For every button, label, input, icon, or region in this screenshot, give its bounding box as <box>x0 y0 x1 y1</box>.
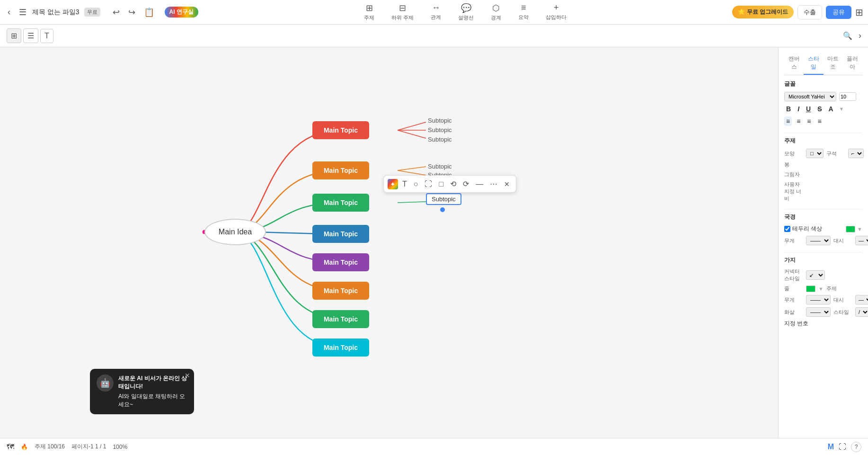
file-title: 제목 없는 파일3 <box>32 8 80 17</box>
float-connect-button[interactable]: ⟲ <box>448 178 459 190</box>
main-idea-node[interactable]: Main Idea <box>204 219 266 245</box>
shape-label: 모양 <box>784 150 803 157</box>
fullscreen-button[interactable]: ⛶ <box>839 443 846 451</box>
view-grid-button[interactable]: ⊞ <box>7 28 21 43</box>
tab-marcho[interactable]: 마트조 <box>824 52 843 75</box>
fill-row: 봉 <box>784 161 862 168</box>
export-button[interactable]: 수출 <box>797 5 822 19</box>
ai-lab-button[interactable]: AI 연구실 <box>165 7 198 18</box>
border-color-swatch[interactable] <box>846 226 855 232</box>
help-button[interactable]: ? <box>851 442 861 452</box>
float-crop-button[interactable]: ⛶ <box>422 178 434 190</box>
canvas[interactable]: Main Idea Main Topic Main Topic Main Top… <box>0 47 778 438</box>
page-info: 페이지-1 1 / 1 <box>71 443 106 451</box>
align-left-button[interactable]: ≡ <box>784 116 792 126</box>
selected-subtopic[interactable]: Subtopic <box>426 193 461 205</box>
file-badge: 무료 <box>84 8 100 17</box>
border-weight-label: 무게 <box>784 237 803 244</box>
svg-line-4 <box>398 170 426 175</box>
border-dash-select[interactable]: — <box>855 236 868 245</box>
align-justify-button[interactable]: ≡ <box>816 116 824 126</box>
float-text-button[interactable]: T <box>400 178 409 190</box>
back-button[interactable]: ‹ <box>5 5 13 19</box>
relation-tool[interactable]: ↔ 관계 <box>427 1 445 23</box>
font-size-input[interactable] <box>839 92 856 101</box>
upgrade-button[interactable]: 🌟 무료 업그레이드 <box>732 6 794 18</box>
branch-line-color[interactable] <box>806 285 815 292</box>
float-square-button[interactable]: □ <box>436 178 446 190</box>
subtopic-1-2[interactable]: Subtopic <box>428 126 452 134</box>
topic-node-6[interactable]: Main Topic <box>312 282 369 300</box>
top-bar-left: ‹ ☰ 제목 없는 파일3 무료 ↩ ↪ 📋 AI 연구실 <box>5 5 198 19</box>
subtopic-tool[interactable]: ⊟ 하위 주제 <box>388 1 417 23</box>
connector-style-select[interactable]: ↙ <box>806 270 825 280</box>
float-branch-button[interactable]: ⟳ <box>461 178 471 190</box>
topic-node-8[interactable]: Main Topic <box>312 339 369 357</box>
branch-arrow-select[interactable]: —— <box>806 307 831 317</box>
flame-icon: 🔥 <box>21 444 28 450</box>
map-button[interactable]: 🗺 <box>7 443 14 451</box>
underline-button[interactable]: U <box>804 104 813 114</box>
font-color-button[interactable]: A <box>826 104 835 114</box>
float-more-button[interactable]: ⋯ <box>487 178 500 190</box>
italic-button[interactable]: I <box>796 104 801 114</box>
logo-button[interactable]: M <box>828 443 834 451</box>
border-section: 국경 테두리 색상 ▼ 무게 —— 대시 — <box>784 213 862 245</box>
topic-node-7[interactable]: Main Topic <box>312 310 369 328</box>
float-close-button[interactable]: ✕ <box>502 179 512 189</box>
topic-node-3[interactable]: Main Topic <box>312 194 369 212</box>
topic-node-5[interactable]: Main Topic <box>312 253 369 271</box>
redo-button[interactable]: ↪ <box>125 5 138 19</box>
search-button[interactable]: 🔍 <box>841 29 855 43</box>
strike-button[interactable]: S <box>815 104 824 114</box>
topic-node-1[interactable]: Main Topic <box>312 121 369 139</box>
svg-line-3 <box>398 167 426 170</box>
border-section-title: 국경 <box>784 213 862 221</box>
shape-select[interactable]: □ <box>806 149 824 158</box>
connector-style-row: 커넥터 스타일 ↙ <box>784 268 862 282</box>
branch-style-label: 스타일 <box>833 309 852 316</box>
float-line-button[interactable]: — <box>473 178 486 190</box>
menu-button[interactable]: ☰ <box>16 5 29 19</box>
share-button[interactable]: 공유 <box>826 6 851 19</box>
font-select[interactable]: Microsoft YaHei <box>784 92 836 101</box>
subtopic-1-1[interactable]: Subtopic <box>428 117 452 124</box>
view-outline-button[interactable]: T <box>40 29 53 43</box>
branch-dash-select[interactable]: — <box>855 295 868 304</box>
tab-plugin[interactable]: 플러아 <box>843 52 862 75</box>
border-dash-label: 대시 <box>833 237 852 244</box>
float-circle-button[interactable]: ○ <box>411 178 421 190</box>
svg-line-0 <box>398 122 426 130</box>
panel-expand-button[interactable]: › <box>859 31 861 41</box>
copy-button[interactable]: 📋 <box>141 5 157 19</box>
undo-button[interactable]: ↩ <box>110 5 123 19</box>
view-list-button[interactable]: ☰ <box>23 28 38 43</box>
bold-button[interactable]: B <box>784 104 793 114</box>
border-color-checkbox[interactable] <box>784 226 790 232</box>
insert-tool[interactable]: + 삽입하다 <box>542 1 570 23</box>
border-weight-select[interactable]: —— <box>806 236 831 245</box>
align-center-button[interactable]: ≡ <box>795 116 802 126</box>
boundary-tool[interactable]: ⬡ 경계 <box>487 1 505 23</box>
apps-button[interactable]: ⊞ <box>855 7 863 18</box>
align-right-button[interactable]: ≡ <box>805 116 813 126</box>
corner-select[interactable]: ⌐ <box>848 149 864 158</box>
tab-canvas[interactable]: 캔버스 <box>784 52 804 75</box>
topic-node-4[interactable]: Main Topic <box>312 225 369 243</box>
branch-weight-label: 무게 <box>784 296 803 303</box>
insert-icon: + <box>554 3 559 13</box>
font-section: 글꼴 Microsoft YaHei B I U S A ▼ ≡ ≡ ≡ ≡ <box>784 80 862 126</box>
summary-tool[interactable]: ≡ 요약 <box>514 1 532 23</box>
float-ai-button[interactable]: ✦ <box>388 179 398 189</box>
tab-style[interactable]: 스타일 <box>804 52 823 75</box>
chat-close-button[interactable]: ✕ <box>185 372 190 379</box>
callout-tool[interactable]: 💬 설명선 <box>454 1 478 23</box>
topic-node-2[interactable]: Main Topic <box>312 161 369 179</box>
font-color-arrow: ▼ <box>839 106 844 112</box>
branch-weight-select[interactable]: —— <box>806 295 831 304</box>
topic-tool[interactable]: ⊞ 주제 <box>360 1 378 23</box>
subtopic-1-3[interactable]: Subtopic <box>428 136 452 143</box>
subtopic-dot <box>440 207 445 212</box>
subtopic-2-1[interactable]: Subtopic <box>428 163 452 170</box>
branch-style-select[interactable]: / <box>855 307 868 317</box>
